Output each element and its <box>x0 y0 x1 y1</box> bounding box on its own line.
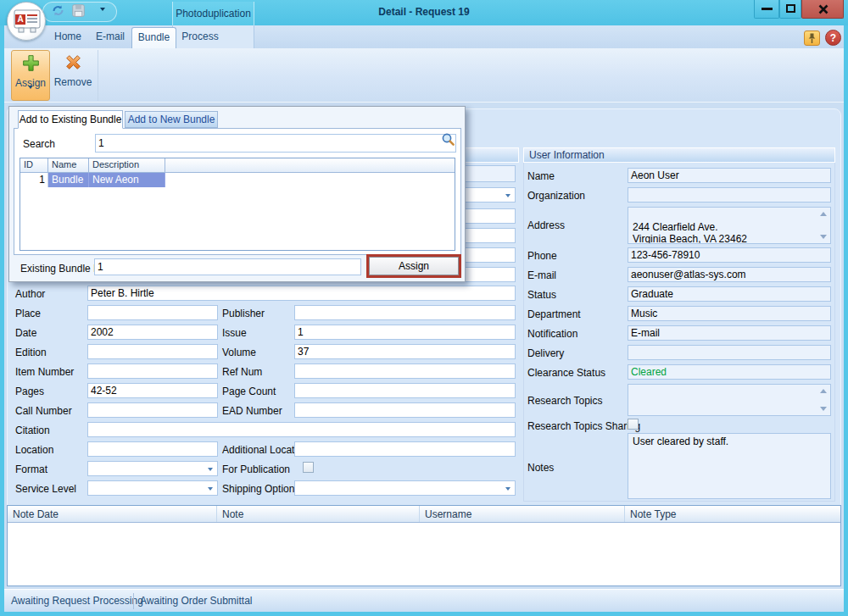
address-spinner[interactable] <box>817 208 829 242</box>
organization-field[interactable] <box>628 187 831 203</box>
notification-field[interactable]: E-mail <box>628 325 831 341</box>
research-topics-sharing-label: Research Topics Sharing <box>527 420 640 432</box>
assign-target-highlight: Assign <box>366 254 461 278</box>
page-count-label: Page Count <box>222 386 276 397</box>
for-publication-label: For Publication <box>222 463 290 475</box>
clearance-status-label: Clearance Status <box>527 367 605 379</box>
popup-assign-button[interactable]: Assign <box>369 257 459 275</box>
minimize-button[interactable] <box>754 0 779 19</box>
shipping-option-dropdown[interactable] <box>294 480 516 496</box>
bundle-id-cell[interactable]: 1 <box>20 173 48 187</box>
status-field[interactable]: Graduate <box>628 286 831 302</box>
existing-bundle-tab-page: Search ID Name Description 1 Bundle 1 <box>14 128 461 255</box>
tab-add-existing-bundle[interactable]: Add to Existing Bundle <box>18 110 123 129</box>
maximize-button[interactable] <box>779 0 801 19</box>
research-topics-sharing-checkbox[interactable] <box>628 419 639 430</box>
department-field[interactable]: Music <box>628 306 831 321</box>
tab-process[interactable]: Process <box>174 25 226 48</box>
notes-grid[interactable]: Note Date Note Username Note Type <box>7 505 841 586</box>
remove-button-label: Remove <box>53 76 92 88</box>
tab-home[interactable]: Home <box>47 25 89 48</box>
email-label: E-mail <box>527 269 556 281</box>
email-field[interactable]: aeonuser@atlas-sys.com <box>628 267 831 282</box>
existing-bundle-id-input[interactable] <box>94 258 361 275</box>
additional-location-field[interactable] <box>294 441 516 457</box>
col-note[interactable]: Note <box>217 506 420 522</box>
app-icon[interactable]: A <box>7 2 46 41</box>
tab-bundle[interactable]: Bundle <box>131 27 176 48</box>
assign-dropdown-icon <box>28 86 33 101</box>
publisher-label: Publisher <box>222 308 265 319</box>
notes-grid-header: Note Date Note Username Note Type <box>8 506 840 523</box>
delivery-field[interactable] <box>628 345 831 360</box>
col-description[interactable]: Description <box>89 158 165 172</box>
col-name[interactable]: Name <box>48 158 89 172</box>
address-field[interactable]: 244 Clearfield Ave. Virginia Beach, VA 2… <box>628 207 831 244</box>
remove-button[interactable]: Remove <box>53 50 92 101</box>
department-label: Department <box>527 308 581 320</box>
col-username[interactable]: Username <box>420 506 625 522</box>
bundle-row-selected[interactable]: 1 Bundle 1 New Aeon Bundle <box>20 173 455 187</box>
clearance-status-field[interactable]: Cleared <box>628 364 831 380</box>
assign-button[interactable]: Assign <box>11 50 50 101</box>
citation-field[interactable] <box>87 422 516 437</box>
ribbon-group-separator <box>98 50 98 101</box>
phone-label: Phone <box>527 250 557 262</box>
col-note-date[interactable]: Note Date <box>8 506 217 522</box>
page-count-field[interactable] <box>294 383 516 398</box>
research-topics-field[interactable] <box>628 384 831 416</box>
location-field[interactable] <box>87 441 218 457</box>
for-publication-checkbox[interactable] <box>303 462 314 473</box>
pin-icon[interactable] <box>804 31 820 46</box>
research-topics-spinner[interactable] <box>817 386 829 414</box>
user-notes-field[interactable]: User cleared by staff. <box>628 433 831 499</box>
format-dropdown[interactable] <box>87 461 218 476</box>
issue-field[interactable] <box>294 325 516 340</box>
add-to-bundle-popup: Add to Existing Bundle Add to New Bundle… <box>8 106 466 282</box>
close-button[interactable] <box>801 0 844 19</box>
call-number-field[interactable] <box>87 402 218 418</box>
ead-number-field[interactable] <box>294 402 516 418</box>
publisher-field[interactable] <box>294 305 516 320</box>
spin-down-icon[interactable] <box>820 235 827 239</box>
search-icon[interactable] <box>441 132 455 149</box>
spin-up-icon[interactable] <box>820 389 827 393</box>
app-logo-letter: A <box>15 14 25 25</box>
app-window: Photoduplication Detail - Request 19 A H… <box>0 0 848 616</box>
author-field[interactable] <box>87 286 516 301</box>
user-notes-label: Notes <box>527 462 554 474</box>
help-icon[interactable]: ? <box>825 30 841 46</box>
tab-add-new-bundle[interactable]: Add to New Bundle <box>125 111 218 128</box>
bundle-description-cell[interactable]: New Aeon Bundle <box>89 173 165 187</box>
volume-field[interactable] <box>294 344 516 359</box>
bundle-grid-header: ID Name Description <box>20 158 455 173</box>
author-label: Author <box>15 288 45 300</box>
bundle-name-cell[interactable]: Bundle 1 <box>48 173 89 187</box>
ead-number-label: EAD Number <box>222 405 282 417</box>
phone-field[interactable]: 123-456-78910 <box>628 247 831 263</box>
col-note-type[interactable]: Note Type <box>625 506 840 522</box>
spin-down-icon[interactable] <box>820 407 827 411</box>
spin-up-icon[interactable] <box>820 212 827 216</box>
tab-email[interactable]: E-mail <box>89 25 131 48</box>
minimize-icon <box>762 8 773 10</box>
pages-field[interactable] <box>87 383 218 398</box>
ref-num-field[interactable] <box>294 363 516 379</box>
research-topics-label: Research Topics <box>527 395 603 407</box>
issue-label: Issue <box>222 327 247 339</box>
item-number-field[interactable] <box>87 363 218 379</box>
status-request: Awaiting Request Processing <box>11 595 143 607</box>
service-level-label: Service Level <box>15 483 76 495</box>
edition-field[interactable] <box>87 344 218 359</box>
address-value: 244 Clearfield Ave. Virginia Beach, VA 2… <box>633 221 747 244</box>
user-name-field[interactable]: Aeon User <box>628 168 831 183</box>
place-field[interactable] <box>87 305 218 320</box>
service-level-dropdown[interactable] <box>87 480 218 496</box>
user-info-header: User Information <box>523 147 835 163</box>
ribbon-body: Assign Remove <box>4 48 844 103</box>
search-input[interactable] <box>95 134 456 153</box>
col-id[interactable]: ID <box>20 158 48 172</box>
col-filler <box>165 158 455 172</box>
date-field[interactable] <box>87 325 218 340</box>
bundle-grid[interactable]: ID Name Description 1 Bundle 1 New Aeon … <box>20 158 455 251</box>
